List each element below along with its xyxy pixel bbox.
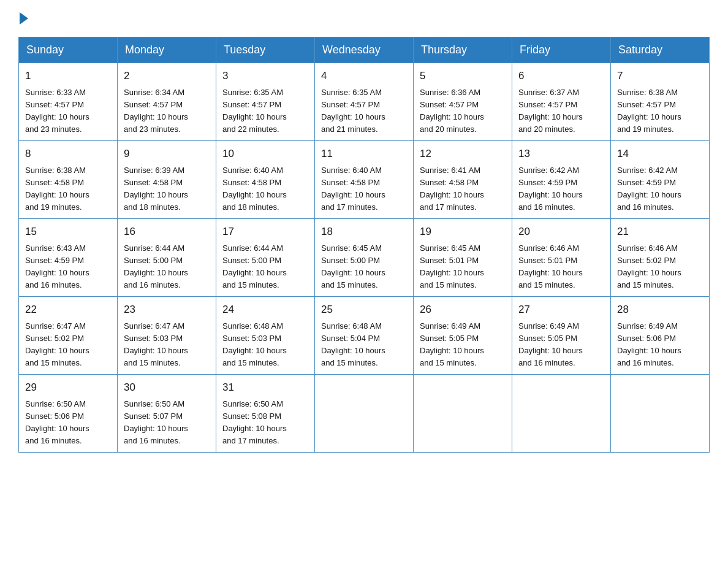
header-cell-wednesday: Wednesday [315, 37, 414, 63]
day-info: Sunrise: 6:40 AM Sunset: 4:58 PM Dayligh… [321, 164, 407, 214]
day-number: 4 [321, 68, 407, 84]
day-info: Sunrise: 6:47 AM Sunset: 5:03 PM Dayligh… [124, 320, 210, 370]
day-cell [315, 375, 414, 453]
calendar-header: SundayMondayTuesdayWednesdayThursdayFrid… [19, 37, 710, 63]
logo-arrow-icon [20, 12, 28, 25]
day-number: 10 [222, 146, 308, 162]
day-info: Sunrise: 6:46 AM Sunset: 5:02 PM Dayligh… [617, 242, 703, 292]
day-cell: 17 Sunrise: 6:44 AM Sunset: 5:00 PM Dayl… [216, 219, 315, 297]
day-cell: 20 Sunrise: 6:46 AM Sunset: 5:01 PM Dayl… [512, 219, 611, 297]
day-number: 5 [420, 68, 506, 84]
day-number: 22 [25, 302, 111, 318]
day-cell [611, 375, 710, 453]
day-info: Sunrise: 6:47 AM Sunset: 5:02 PM Dayligh… [25, 320, 111, 370]
day-info: Sunrise: 6:45 AM Sunset: 5:01 PM Dayligh… [420, 242, 506, 292]
day-cell: 8 Sunrise: 6:38 AM Sunset: 4:58 PM Dayli… [19, 141, 118, 219]
day-cell: 27 Sunrise: 6:49 AM Sunset: 5:05 PM Dayl… [512, 297, 611, 375]
day-cell: 16 Sunrise: 6:44 AM Sunset: 5:00 PM Dayl… [118, 219, 216, 297]
day-cell: 15 Sunrise: 6:43 AM Sunset: 4:59 PM Dayl… [19, 219, 118, 297]
day-info: Sunrise: 6:43 AM Sunset: 4:59 PM Dayligh… [25, 242, 111, 292]
day-number: 20 [518, 224, 604, 240]
day-info: Sunrise: 6:35 AM Sunset: 4:57 PM Dayligh… [222, 86, 308, 136]
week-row-4: 22 Sunrise: 6:47 AM Sunset: 5:02 PM Dayl… [19, 297, 710, 375]
day-info: Sunrise: 6:44 AM Sunset: 5:00 PM Dayligh… [222, 242, 308, 292]
day-info: Sunrise: 6:40 AM Sunset: 4:58 PM Dayligh… [222, 164, 308, 214]
week-row-2: 8 Sunrise: 6:38 AM Sunset: 4:58 PM Dayli… [19, 141, 710, 219]
header-row: SundayMondayTuesdayWednesdayThursdayFrid… [19, 37, 710, 63]
day-number: 21 [617, 224, 703, 240]
day-cell: 28 Sunrise: 6:49 AM Sunset: 5:06 PM Dayl… [611, 297, 710, 375]
day-info: Sunrise: 6:42 AM Sunset: 4:59 PM Dayligh… [617, 164, 703, 214]
day-number: 27 [518, 302, 604, 318]
day-cell: 6 Sunrise: 6:37 AM Sunset: 4:57 PM Dayli… [512, 63, 611, 141]
day-info: Sunrise: 6:33 AM Sunset: 4:57 PM Dayligh… [25, 86, 111, 136]
day-info: Sunrise: 6:49 AM Sunset: 5:05 PM Dayligh… [420, 320, 506, 370]
day-number: 1 [25, 68, 111, 84]
day-cell: 31 Sunrise: 6:50 AM Sunset: 5:08 PM Dayl… [216, 375, 315, 453]
page-header [18, 12, 710, 25]
header-cell-thursday: Thursday [414, 37, 512, 63]
day-cell: 29 Sunrise: 6:50 AM Sunset: 5:06 PM Dayl… [19, 375, 118, 453]
day-cell: 10 Sunrise: 6:40 AM Sunset: 4:58 PM Dayl… [216, 141, 315, 219]
day-number: 9 [124, 146, 210, 162]
day-cell: 24 Sunrise: 6:48 AM Sunset: 5:03 PM Dayl… [216, 297, 315, 375]
week-row-1: 1 Sunrise: 6:33 AM Sunset: 4:57 PM Dayli… [19, 63, 710, 141]
day-info: Sunrise: 6:46 AM Sunset: 5:01 PM Dayligh… [518, 242, 604, 292]
day-info: Sunrise: 6:38 AM Sunset: 4:58 PM Dayligh… [25, 164, 111, 214]
day-number: 24 [222, 302, 308, 318]
day-cell: 11 Sunrise: 6:40 AM Sunset: 4:58 PM Dayl… [315, 141, 414, 219]
day-info: Sunrise: 6:45 AM Sunset: 5:00 PM Dayligh… [321, 242, 407, 292]
day-info: Sunrise: 6:48 AM Sunset: 5:03 PM Dayligh… [222, 320, 308, 370]
day-info: Sunrise: 6:42 AM Sunset: 4:59 PM Dayligh… [518, 164, 604, 214]
header-cell-tuesday: Tuesday [216, 37, 315, 63]
day-cell: 12 Sunrise: 6:41 AM Sunset: 4:58 PM Dayl… [414, 141, 512, 219]
day-info: Sunrise: 6:35 AM Sunset: 4:57 PM Dayligh… [321, 86, 407, 136]
day-number: 6 [518, 68, 604, 84]
day-number: 19 [420, 224, 506, 240]
day-cell: 23 Sunrise: 6:47 AM Sunset: 5:03 PM Dayl… [118, 297, 216, 375]
day-info: Sunrise: 6:49 AM Sunset: 5:05 PM Dayligh… [518, 320, 604, 370]
day-number: 13 [518, 146, 604, 162]
day-cell: 21 Sunrise: 6:46 AM Sunset: 5:02 PM Dayl… [611, 219, 710, 297]
day-cell: 22 Sunrise: 6:47 AM Sunset: 5:02 PM Dayl… [19, 297, 118, 375]
day-number: 30 [124, 380, 210, 396]
day-number: 8 [25, 146, 111, 162]
day-info: Sunrise: 6:50 AM Sunset: 5:08 PM Dayligh… [222, 398, 308, 448]
day-info: Sunrise: 6:48 AM Sunset: 5:04 PM Dayligh… [321, 320, 407, 370]
day-number: 7 [617, 68, 703, 84]
header-cell-friday: Friday [512, 37, 611, 63]
header-cell-saturday: Saturday [611, 37, 710, 63]
day-info: Sunrise: 6:49 AM Sunset: 5:06 PM Dayligh… [617, 320, 703, 370]
day-number: 12 [420, 146, 506, 162]
day-info: Sunrise: 6:50 AM Sunset: 5:07 PM Dayligh… [124, 398, 210, 448]
day-info: Sunrise: 6:39 AM Sunset: 4:58 PM Dayligh… [124, 164, 210, 214]
day-info: Sunrise: 6:50 AM Sunset: 5:06 PM Dayligh… [25, 398, 111, 448]
day-cell: 1 Sunrise: 6:33 AM Sunset: 4:57 PM Dayli… [19, 63, 118, 141]
day-cell: 25 Sunrise: 6:48 AM Sunset: 5:04 PM Dayl… [315, 297, 414, 375]
day-cell: 13 Sunrise: 6:42 AM Sunset: 4:59 PM Dayl… [512, 141, 611, 219]
day-cell: 26 Sunrise: 6:49 AM Sunset: 5:05 PM Dayl… [414, 297, 512, 375]
day-info: Sunrise: 6:37 AM Sunset: 4:57 PM Dayligh… [518, 86, 604, 136]
calendar-body: 1 Sunrise: 6:33 AM Sunset: 4:57 PM Dayli… [19, 63, 710, 453]
logo [18, 12, 28, 25]
day-cell: 2 Sunrise: 6:34 AM Sunset: 4:57 PM Dayli… [118, 63, 216, 141]
calendar-table: SundayMondayTuesdayWednesdayThursdayFrid… [18, 37, 710, 453]
day-number: 2 [124, 68, 210, 84]
day-number: 17 [222, 224, 308, 240]
day-cell: 5 Sunrise: 6:36 AM Sunset: 4:57 PM Dayli… [414, 63, 512, 141]
day-number: 31 [222, 380, 308, 396]
day-number: 16 [124, 224, 210, 240]
day-number: 3 [222, 68, 308, 84]
day-number: 26 [420, 302, 506, 318]
week-row-5: 29 Sunrise: 6:50 AM Sunset: 5:06 PM Dayl… [19, 375, 710, 453]
week-row-3: 15 Sunrise: 6:43 AM Sunset: 4:59 PM Dayl… [19, 219, 710, 297]
day-info: Sunrise: 6:34 AM Sunset: 4:57 PM Dayligh… [124, 86, 210, 136]
day-info: Sunrise: 6:44 AM Sunset: 5:00 PM Dayligh… [124, 242, 210, 292]
day-cell: 18 Sunrise: 6:45 AM Sunset: 5:00 PM Dayl… [315, 219, 414, 297]
day-cell: 9 Sunrise: 6:39 AM Sunset: 4:58 PM Dayli… [118, 141, 216, 219]
day-number: 28 [617, 302, 703, 318]
header-cell-sunday: Sunday [19, 37, 118, 63]
day-cell: 3 Sunrise: 6:35 AM Sunset: 4:57 PM Dayli… [216, 63, 315, 141]
day-number: 15 [25, 224, 111, 240]
day-cell: 14 Sunrise: 6:42 AM Sunset: 4:59 PM Dayl… [611, 141, 710, 219]
